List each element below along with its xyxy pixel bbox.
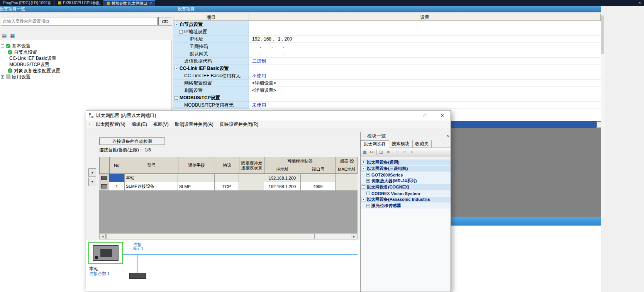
collapse-icon[interactable]: - — [175, 23, 178, 26]
column-header-item: 项目 — [173, 14, 249, 21]
collapse-icon[interactable]: - — [1, 44, 4, 48]
settings-row[interactable]: -IP地址设置 — [173, 28, 601, 36]
module-group-mitsubishi[interactable]: -以太网设备(三菱电机) — [361, 166, 451, 172]
module-item-cognex-vision[interactable]: +COGNEX Vision System — [361, 190, 451, 197]
settings-row[interactable]: -MODBUS/TCP设置 — [173, 94, 601, 102]
collapse-icon[interactable]: - — [362, 185, 365, 189]
ip-address-value[interactable]: 192 . 168 . 1 . 200 — [252, 36, 292, 42]
search-input[interactable] — [1, 17, 158, 25]
connection-count-label: 连接台数(当前/上限)： 1/8 — [99, 147, 151, 153]
comm-data-code-value[interactable]: 二进制 — [252, 58, 266, 65]
search-button[interactable] — [158, 17, 172, 25]
stamp-icon[interactable]: ▭ — [402, 149, 408, 155]
expand-icon[interactable]: + — [366, 179, 370, 183]
module-group-panasonic[interactable]: -以太网设备(Panasonic Industria — [361, 197, 451, 203]
scroll-right-icon[interactable]: ► — [351, 234, 357, 239]
horizontal-scrollbar[interactable]: ◄ ► — [99, 233, 358, 239]
tab-progpou[interactable]: ProgPou [PRG] [LD] 1092步 — [0, 0, 55, 6]
tab-search-module[interactable]: 搜索模块 — [389, 140, 413, 148]
tree-item-modbus[interactable]: MODBUS/TCP设置 — [1, 61, 170, 68]
tree-item-cclink[interactable]: CC-Link IEF Basic设置 — [1, 55, 170, 61]
settings-row[interactable]: 子网掩码 . . . — [173, 43, 601, 50]
settings-row[interactable]: 默认网关 . . . — [173, 50, 601, 58]
sort-az-icon[interactable]: AZ↓ — [369, 149, 375, 155]
module-item-got2000[interactable]: +GOT2000Series — [361, 172, 451, 178]
minimize-button[interactable]: — — [399, 110, 416, 121]
expand-icon[interactable]: + — [1, 75, 4, 79]
favorite-star-icon[interactable]: ☆ — [394, 149, 400, 155]
split-view-icon[interactable]: ◫ — [378, 149, 384, 155]
ip-value[interactable]: 192.168.1.200 — [269, 184, 296, 189]
auto-detect-button[interactable]: 连接设备的自动检测 — [99, 138, 165, 145]
settings-row[interactable]: IP地址 192 . 168 . 1 . 200 — [173, 36, 601, 43]
menu-reflect-close[interactable]: 反映设置并关闭(R) — [217, 121, 262, 128]
column-header-setting: 设置 — [249, 14, 601, 21]
ethernet-config-icon — [88, 113, 94, 118]
display-setting-icon[interactable]: ▤ — [1, 32, 8, 39]
gateway-value[interactable]: . . . — [252, 51, 284, 56]
expand-icon[interactable]: + — [366, 173, 370, 177]
collapse-icon[interactable]: - — [362, 167, 365, 170]
expand-icon[interactable]: + — [362, 161, 365, 164]
expand-icon[interactable]: + — [366, 204, 370, 207]
settings-row[interactable]: -CC-Link IEF Basic设置 — [173, 65, 601, 72]
subnet-mask-value[interactable]: . . . — [252, 44, 284, 49]
module-item-label: GOT2000Series — [371, 173, 403, 177]
tree-item-application-settings[interactable]: + 应用设置 — [1, 74, 170, 80]
menu-view[interactable]: 视图(V) — [150, 121, 172, 128]
right-gutter — [605, 6, 644, 292]
device-row-host[interactable]: 本站 192.168.1.200 — [99, 174, 358, 182]
module-list-close-icon[interactable]: × — [446, 133, 449, 139]
refresh-setting-value[interactable]: <详细设置> — [252, 87, 276, 94]
maximize-button[interactable]: □ — [416, 110, 434, 121]
device-row-slmp[interactable]: 1 SLMP连接设备 SLMP TCP 192.168.1.200 4999 — [99, 182, 358, 191]
modbus-use-value[interactable]: 未使用 — [252, 102, 266, 109]
move-up-button[interactable]: ▲ — [88, 168, 96, 177]
module-group-cognex[interactable]: -以太网设备(COGNEX) — [361, 184, 451, 190]
selected-no-cell[interactable] — [109, 174, 125, 182]
tree-item-basic-settings[interactable]: - ✓ 基本设置 — [1, 43, 170, 49]
tab-favorites[interactable]: 收藏夹 — [413, 140, 432, 148]
host-station-box[interactable] — [88, 242, 123, 264]
menu-cancel-close[interactable]: 取消设置并关闭(A) — [172, 121, 217, 128]
tree-item-own-node[interactable]: ✓ 自节点设置 — [1, 49, 170, 55]
move-down-button[interactable]: ▼ — [88, 178, 96, 186]
connected-device-icon[interactable] — [129, 273, 146, 279]
filter-icon[interactable]: ▦ — [362, 149, 368, 155]
settings-row[interactable]: CC-Link IEF Basic使用有无 不使用 — [173, 72, 601, 80]
dialog-title-bar[interactable]: 以太网配置 (内置以太网端口) — □ ✕ — [86, 110, 451, 121]
collapse-icon[interactable]: - — [175, 96, 178, 100]
menu-ethernet-config[interactable]: 以太网配置(N) — [93, 121, 129, 128]
tab-ethernet-selection[interactable]: 以太网选择 — [361, 140, 389, 148]
menu-edit[interactable]: 编辑(E) — [129, 121, 150, 128]
collapse-icon[interactable]: - — [179, 30, 183, 34]
port-value[interactable]: 4999 — [313, 184, 322, 189]
remove-icon[interactable]: × — [409, 149, 415, 155]
tab-module-parameter-ethernet[interactable]: 模块参数 以太网端口× — [103, 0, 156, 6]
tab-close-icon[interactable]: × — [149, 1, 152, 5]
group-view-icon[interactable]: ▦ — [385, 149, 391, 155]
module-item-servo-amplifier[interactable]: +伺服放大器(MR-J4系列) — [361, 178, 451, 184]
tree-item-target-device[interactable]: ✓ 对象设备连接配置设置 — [1, 68, 170, 74]
settings-row[interactable]: 网络配置设置 <详细设置> — [173, 80, 601, 87]
collapse-icon[interactable]: - — [362, 198, 365, 201]
settings-row[interactable]: 刷新设置 <详细设置> — [173, 87, 601, 94]
network-config-value[interactable]: <详细设置> — [252, 80, 276, 87]
collapse-icon[interactable]: - — [175, 67, 178, 70]
settings-row[interactable]: MODBUS/TCP使用有无 未使用 — [173, 102, 601, 109]
scrollbar-thumb[interactable] — [106, 234, 315, 239]
close-button[interactable]: ✕ — [434, 110, 451, 121]
tree-item-label: 应用设置 — [12, 74, 31, 80]
scroll-left-icon[interactable]: ◄ — [100, 234, 106, 239]
cclink-use-value[interactable]: 不使用 — [252, 73, 266, 79]
expand-icon[interactable]: + — [366, 192, 370, 195]
plc-port — [95, 256, 98, 259]
module-item-laser-sensor[interactable]: +激光位移传感器 — [361, 203, 451, 209]
display-all-icon[interactable]: ▦ — [9, 32, 16, 39]
module-group-generic[interactable]: +以太网设备(通用) — [361, 160, 451, 166]
scrollbar-thumb[interactable] — [601, 15, 604, 54]
settings-row[interactable]: -自节点设置 — [173, 21, 601, 28]
tabbar-close-icon[interactable]: × — [639, 0, 641, 6]
tab-cpu-parameter[interactable]: FX5UJCPU CPU参数 — [55, 0, 103, 6]
settings-row[interactable]: 通信数据代码 二进制 — [173, 58, 601, 65]
